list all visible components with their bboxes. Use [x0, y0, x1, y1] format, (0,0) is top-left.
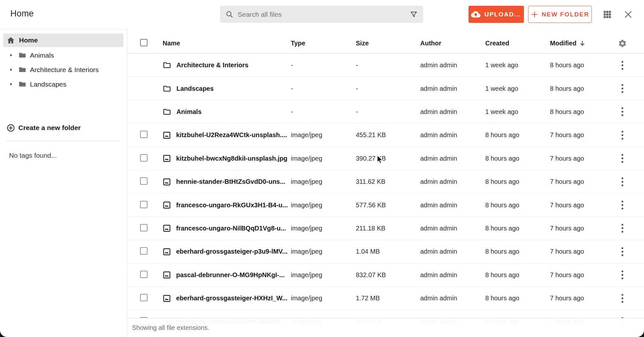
row-menu-kebab-icon[interactable] [620, 246, 625, 258]
file-browser-modal: Home UPLOAD... [0, 0, 644, 337]
column-header-created[interactable]: Created [483, 40, 547, 47]
row-checkbox[interactable] [140, 154, 147, 162]
file-size: 455.21 KB [353, 131, 418, 139]
folder-icon [18, 80, 27, 89]
column-header-modified[interactable]: Modified [547, 40, 613, 47]
file-type: image/jpeg [288, 155, 353, 162]
sidebar-folder-item[interactable]: Architecture & Interiors [0, 62, 127, 77]
table-row[interactable]: francesco-ungaro-NilBQqD1Vg8-u... image/… [127, 217, 644, 240]
file-modified: 8 hours ago [547, 85, 613, 92]
file-modified: 7 hours ago [547, 178, 613, 185]
table-settings-gear-icon[interactable] [613, 39, 631, 48]
new-folder-button[interactable]: NEW FOLDER [528, 6, 592, 23]
table-body: Architecture & Interiors - - admin admin… [127, 54, 644, 337]
sidebar-folder-item[interactable]: Animals [0, 48, 127, 62]
close-icon[interactable] [623, 9, 633, 20]
sidebar-folder-label: Architecture & Interiors [30, 66, 99, 74]
folder-icon [163, 84, 171, 93]
file-created: 1 week ago [483, 108, 547, 116]
file-author: admin admin [418, 178, 483, 185]
file-modified: 7 hours ago [547, 155, 613, 162]
column-header-author[interactable]: Author [418, 40, 483, 47]
search-bar [220, 6, 423, 23]
row-menu-kebab-icon[interactable] [620, 59, 625, 71]
row-menu-kebab-icon[interactable] [620, 269, 625, 281]
row-menu-kebab-icon[interactable] [620, 106, 625, 118]
folder-icon [163, 61, 171, 70]
tags-empty-text: No tags found... [9, 152, 57, 159]
row-menu-kebab-icon[interactable] [620, 222, 625, 234]
sidebar-folder-label: Landscapes [30, 80, 66, 88]
table-row[interactable]: Landscapes - - admin admin 1 week ago 8 … [127, 77, 644, 100]
create-folder-button[interactable]: Create a new folder [0, 121, 127, 135]
upload-button[interactable]: UPLOAD... [469, 6, 524, 23]
file-name: Animals [176, 108, 202, 116]
file-modified: 8 hours ago [547, 108, 613, 116]
file-type: - [288, 85, 353, 92]
grid-view-icon[interactable] [602, 9, 612, 20]
row-menu-kebab-icon[interactable] [620, 152, 625, 164]
image-file-icon [163, 154, 171, 163]
table-row[interactable]: hennie-stander-BtHtZsGvdD0-uns... image/… [127, 170, 644, 193]
file-size: 1.72 MB [353, 295, 418, 302]
table-header-row: Name Type Size Author Created Modified [127, 29, 644, 54]
row-checkbox[interactable] [140, 201, 147, 208]
folder-tree: Animals Architecture & Interiors Landsca… [0, 48, 127, 91]
select-all-checkbox[interactable] [140, 39, 147, 46]
row-checkbox[interactable] [140, 271, 147, 278]
row-checkbox[interactable] [140, 294, 147, 301]
file-size: 211.18 KB [353, 225, 418, 232]
file-type: image/jpeg [288, 131, 353, 139]
file-size: 832.07 KB [353, 271, 418, 279]
row-checkbox[interactable] [140, 224, 147, 231]
sidebar-folder-item[interactable]: Landscapes [0, 77, 127, 91]
table-row[interactable]: Architecture & Interiors - - admin admin… [127, 54, 644, 77]
file-created: 8 hours ago [483, 155, 547, 162]
table-row[interactable]: francesco-ungaro-RkGUx3H1-B4-u... image/… [127, 193, 644, 217]
file-type: image/jpeg [288, 225, 353, 232]
file-size: - [353, 108, 418, 116]
row-menu-kebab-icon[interactable] [620, 129, 625, 141]
file-name: eberhard-grossgasteiger-HXHzI_W... [176, 295, 288, 302]
topbar: Home UPLOAD... [0, 0, 644, 29]
column-header-size[interactable]: Size [353, 40, 418, 47]
row-checkbox[interactable] [140, 131, 147, 138]
table-row[interactable]: eberhard-grossgasteiger-p3u9-lMV... imag… [127, 240, 644, 263]
file-created: 8 hours ago [483, 271, 547, 279]
chevron-right-icon[interactable] [9, 82, 14, 86]
table-row[interactable]: pascal-debrunner-O-MG9HpNKgI-... image/j… [127, 264, 644, 287]
file-author: admin admin [418, 225, 483, 232]
column-header-type[interactable]: Type [288, 40, 353, 47]
file-name: kitzbuhel-U2Reza4WCtk-unsplash.... [176, 131, 287, 139]
row-checkbox[interactable] [140, 177, 147, 185]
sidebar-item-home[interactable]: Home [3, 33, 123, 47]
table-row[interactable]: kitzbuhel-bwcxNg8dkiI-unsplash.jpg image… [127, 147, 644, 170]
row-menu-kebab-icon[interactable] [620, 199, 625, 211]
row-checkbox[interactable] [140, 247, 147, 255]
column-header-name[interactable]: Name [163, 40, 288, 47]
chevron-right-icon[interactable] [9, 68, 14, 72]
file-author: admin admin [418, 108, 483, 116]
file-created: 8 hours ago [483, 225, 547, 232]
row-menu-kebab-icon[interactable] [620, 292, 625, 304]
chevron-right-icon[interactable] [9, 53, 14, 57]
sidebar-home-label: Home [19, 36, 38, 44]
status-bar: Showing all file extensions. [127, 318, 644, 337]
search-input[interactable] [238, 11, 410, 18]
file-created: 1 week ago [483, 61, 547, 69]
file-size: 390.27 KB [353, 155, 418, 162]
file-type: image/jpeg [288, 295, 353, 302]
plus-icon [531, 11, 538, 18]
plus-circle-icon [6, 124, 15, 132]
file-author: admin admin [418, 61, 483, 69]
table-row[interactable]: eberhard-grossgasteiger-HXHzI_W... image… [127, 287, 644, 310]
table-row[interactable]: kitzbuhel-U2Reza4WCtk-unsplash.... image… [127, 124, 644, 147]
file-author: admin admin [418, 85, 483, 92]
file-author: admin admin [418, 271, 483, 279]
file-created: 8 hours ago [483, 178, 547, 185]
file-size: 1.04 MB [353, 248, 418, 255]
row-menu-kebab-icon[interactable] [620, 82, 625, 95]
row-menu-kebab-icon[interactable] [620, 176, 625, 188]
filter-icon[interactable] [410, 10, 418, 19]
table-row[interactable]: Animals - - admin admin 1 week ago 8 hou… [127, 100, 644, 124]
